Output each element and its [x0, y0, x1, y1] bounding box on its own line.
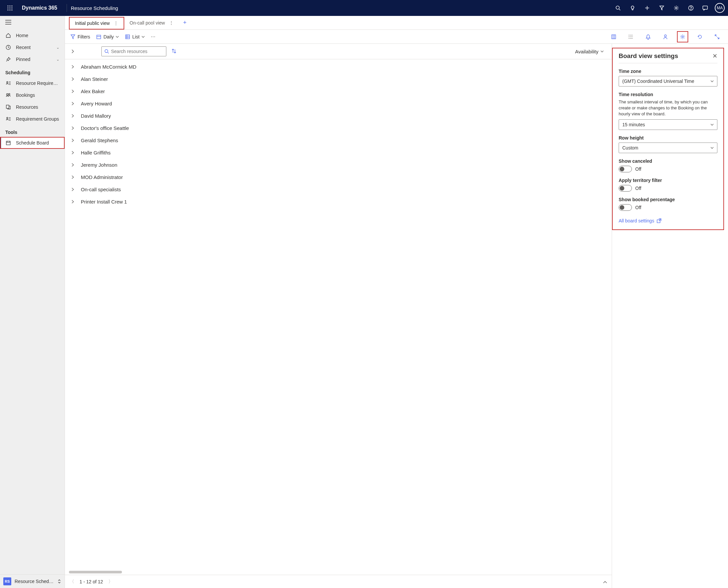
list-button[interactable]: List: [125, 34, 145, 39]
resource-row[interactable]: Alan Steiner: [65, 73, 612, 85]
search-field[interactable]: [111, 49, 163, 54]
toolbar: Filters Daily List ⋯: [65, 30, 728, 44]
availability-dropdown[interactable]: Availability: [575, 49, 604, 54]
filters-button[interactable]: Filters: [70, 34, 90, 39]
sidebar: Home Recent ⌄ Pinned ⌄ Scheduling Resour…: [0, 16, 65, 588]
panel-title: Board view settings: [619, 52, 678, 60]
svg-rect-41: [126, 35, 130, 39]
svg-rect-45: [612, 35, 616, 39]
close-icon[interactable]: ✕: [712, 52, 718, 60]
hamburger-icon[interactable]: [0, 16, 65, 29]
chat-popout-icon[interactable]: [709, 15, 723, 31]
sidebar-item-pinned[interactable]: Pinned ⌄: [0, 54, 65, 65]
all-board-settings-link[interactable]: All board settings: [619, 218, 718, 224]
resource-row[interactable]: Halle Griffiths: [65, 147, 612, 159]
person-icon[interactable]: [660, 31, 671, 42]
search-row: Availability: [65, 44, 612, 59]
sidebar-item-home[interactable]: Home: [0, 29, 65, 41]
gear-icon[interactable]: [677, 31, 688, 42]
svg-line-55: [108, 52, 109, 54]
show-canceled-state: Off: [635, 166, 641, 172]
sidebar-item-recent[interactable]: Recent ⌄: [0, 41, 65, 54]
svg-point-1: [9, 6, 10, 7]
resource-row[interactable]: Doctor's office Seattle: [65, 122, 612, 134]
chevron-right-icon: [71, 64, 75, 70]
territory-filter-state: Off: [635, 186, 641, 191]
resource-row[interactable]: MOD Administrator: [65, 171, 612, 183]
sidebar-item-requirement-groups[interactable]: Requirement Groups: [0, 113, 65, 125]
time-resolution-select[interactable]: 15 minutes: [619, 119, 718, 130]
search-icon: [104, 49, 109, 54]
section-header-tools: Tools: [0, 125, 65, 137]
tab-initial-public-view[interactable]: Initial public view ⋮: [69, 17, 124, 29]
add-icon[interactable]: [640, 0, 655, 16]
resource-name: Doctor's office Seattle: [81, 125, 129, 131]
resource-row[interactable]: Gerald Stephens: [65, 134, 612, 147]
resource-row[interactable]: Abraham McCormick MD: [65, 61, 612, 73]
footer-label: Resource Schedul…: [15, 579, 54, 584]
collapse-up-icon[interactable]: [603, 579, 607, 584]
sidebar-item-schedule-board[interactable]: Schedule Board: [0, 137, 65, 149]
expand-icon[interactable]: [711, 31, 723, 42]
resource-row[interactable]: Printer Install Crew 1: [65, 195, 612, 208]
bell-icon[interactable]: [643, 31, 654, 42]
tab-label: Initial public view: [75, 21, 110, 26]
lightbulb-icon[interactable]: [625, 0, 640, 16]
section-header-scheduling: Scheduling: [0, 65, 65, 77]
show-canceled-toggle[interactable]: [619, 166, 632, 172]
row-height-select[interactable]: Custom: [619, 143, 718, 153]
resource-row[interactable]: David Mallory: [65, 110, 612, 122]
avatar[interactable]: MA: [715, 3, 725, 13]
calendar-icon: [5, 140, 11, 146]
resource-name: Abraham McCormick MD: [81, 64, 136, 70]
daily-button[interactable]: Daily: [96, 34, 119, 39]
resource-name: David Mallory: [81, 113, 111, 119]
chevron-down-icon: [600, 50, 604, 52]
sidebar-item-resource-requirements[interactable]: Resource Requireme…: [0, 77, 65, 89]
resource-row[interactable]: Avery Howard: [65, 98, 612, 110]
prev-page-button[interactable]: 〈: [70, 579, 74, 585]
tab-menu-icon[interactable]: ⋮: [168, 20, 174, 25]
sidebar-item-bookings[interactable]: Bookings: [0, 89, 65, 101]
tab-menu-icon[interactable]: ⋮: [112, 21, 118, 26]
horizontal-scrollbar[interactable]: [69, 571, 608, 574]
next-page-button[interactable]: 〉: [108, 579, 113, 585]
waffle-icon[interactable]: [3, 0, 17, 16]
svg-point-4: [9, 8, 10, 8]
svg-point-0: [8, 6, 8, 7]
funnel-icon[interactable]: [655, 0, 669, 16]
show-booked-state: Off: [635, 205, 641, 210]
list-view-icon[interactable]: [625, 31, 637, 42]
show-booked-toggle[interactable]: [619, 204, 632, 211]
refresh-icon[interactable]: [694, 31, 705, 42]
chevron-right-icon: [71, 199, 75, 205]
resource-row[interactable]: Jeremy Johnson: [65, 159, 612, 171]
search-icon[interactable]: [611, 0, 625, 16]
map-icon[interactable]: [608, 31, 619, 42]
territory-filter-toggle[interactable]: [619, 185, 632, 192]
time-zone-select[interactable]: (GMT) Coordinated Universal Time: [619, 76, 718, 86]
sidebar-item-label: Recent: [16, 45, 52, 50]
resource-row[interactable]: Alex Baker: [65, 85, 612, 98]
resource-row[interactable]: On-call specialists: [65, 183, 612, 195]
add-tab-button[interactable]: +: [179, 19, 191, 26]
search-input[interactable]: [101, 46, 166, 56]
svg-point-2: [12, 6, 13, 7]
sidebar-item-resources[interactable]: Resources: [0, 101, 65, 113]
svg-point-23: [7, 82, 8, 83]
svg-point-14: [676, 7, 677, 9]
chevron-right-icon: [71, 126, 75, 131]
expand-panel-icon[interactable]: [69, 49, 76, 54]
resource-name: Avery Howard: [81, 101, 112, 106]
time-resolution-label: Time resolution: [619, 92, 718, 97]
sort-icon[interactable]: [172, 48, 176, 55]
header-divider: [67, 4, 67, 12]
svg-point-16: [691, 9, 691, 9]
gear-icon[interactable]: [669, 0, 684, 16]
chevron-down-icon: ⌄: [56, 57, 59, 62]
tab-on-call-pool-view[interactable]: On-call pool view ⋮: [124, 16, 179, 30]
help-icon[interactable]: [684, 0, 698, 16]
sidebar-footer[interactable]: RS Resource Schedul…: [0, 574, 65, 588]
toolbar-more-button[interactable]: ⋯: [151, 34, 155, 39]
chat-icon[interactable]: [698, 0, 713, 16]
